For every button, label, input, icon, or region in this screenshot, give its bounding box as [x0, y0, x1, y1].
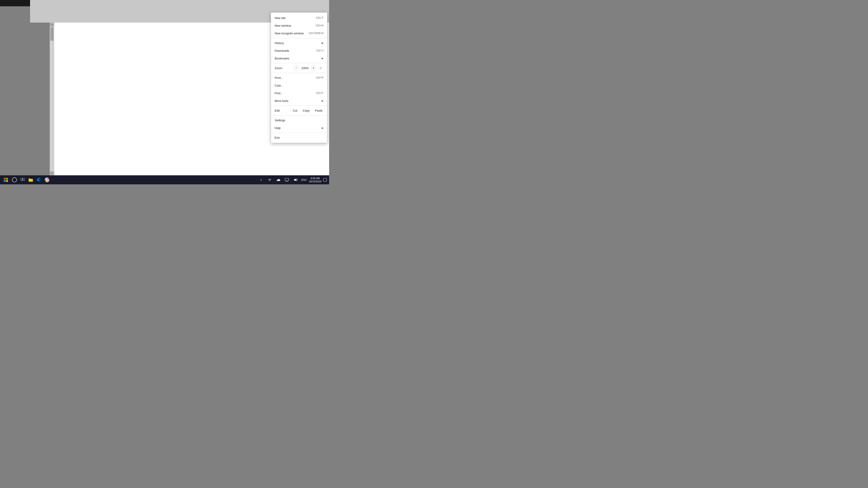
- language-indicator[interactable]: ENG: [301, 176, 308, 184]
- tray-chevron[interactable]: ∧: [257, 176, 265, 184]
- network-icon[interactable]: [266, 176, 273, 184]
- menu-divider-4: [271, 105, 327, 106]
- svg-rect-3: [6, 180, 8, 182]
- zoom-minus-button[interactable]: −: [293, 65, 299, 71]
- zoom-fullscreen-button[interactable]: ⤢: [318, 65, 323, 71]
- svg-marker-14: [294, 178, 296, 181]
- svg-rect-7: [29, 179, 33, 181]
- menu-item-settings[interactable]: Settings: [271, 116, 327, 124]
- scrollbar-arrow-down[interactable]: ▼: [50, 171, 54, 175]
- svg-rect-5: [20, 178, 22, 180]
- svg-rect-6: [23, 178, 25, 180]
- scrollbar-thumb[interactable]: [51, 27, 54, 41]
- menu-item-more-tools[interactable]: More tools ▶: [271, 97, 327, 105]
- scrollbar-track: ▲ ▼: [50, 23, 54, 175]
- menu-divider-2: [271, 63, 327, 63]
- system-tray: ∧ ENG: [257, 176, 327, 184]
- menu-item-new-tab[interactable]: New tab Ctrl+T: [271, 14, 327, 22]
- zoom-value-label: 100%: [301, 66, 309, 70]
- zoom-controls: − 100% + ⤢: [293, 65, 323, 71]
- menu-item-downloads[interactable]: Downloads Ctrl+J: [271, 47, 327, 55]
- menu-item-new-window[interactable]: New window Ctrl+N: [271, 22, 327, 29]
- svg-rect-11: [285, 178, 289, 181]
- zoom-control-row: Zoom − 100% + ⤢: [271, 64, 327, 72]
- svg-rect-1: [6, 178, 8, 180]
- paste-button[interactable]: Paste: [314, 108, 323, 113]
- cut-button[interactable]: Cut: [292, 108, 298, 113]
- menu-item-cast[interactable]: Cast...: [271, 82, 327, 89]
- menu-item-new-incognito[interactable]: New incognito window Ctrl+Shift+N: [271, 29, 327, 37]
- menu-divider-5: [271, 115, 327, 116]
- menu-item-bookmarks[interactable]: Bookmarks ▶: [271, 55, 327, 62]
- edit-actions: Cut Copy Paste: [292, 108, 323, 113]
- svg-rect-15: [323, 178, 327, 182]
- start-button[interactable]: [2, 176, 10, 184]
- taskbar: ∧ ENG: [0, 175, 329, 184]
- copy-button[interactable]: Copy: [302, 108, 310, 113]
- browser-topbar: [0, 0, 30, 6]
- volume-icon[interactable]: [292, 176, 299, 184]
- file-explorer-icon[interactable]: [27, 176, 34, 184]
- menu-item-find[interactable]: Find... Ctrl+F: [271, 89, 327, 97]
- task-view-button[interactable]: [19, 176, 26, 184]
- onedrive-icon[interactable]: [275, 176, 282, 184]
- scrollbar-arrow-up[interactable]: ▲: [50, 23, 54, 27]
- system-clock[interactable]: 8:05 AM 29/10/2019: [309, 177, 321, 183]
- chrome-browser-icon[interactable]: [43, 176, 51, 184]
- edge-browser-icon[interactable]: [35, 176, 42, 184]
- zoom-plus-button[interactable]: +: [311, 65, 316, 71]
- chrome-context-menu: New tab Ctrl+T New window Ctrl+N New inc…: [271, 12, 327, 143]
- menu-divider-3: [271, 73, 327, 73]
- menu-item-exit[interactable]: Exit: [271, 134, 327, 141]
- menu-item-history[interactable]: History ▶: [271, 39, 327, 47]
- menu-item-help[interactable]: Help ▶: [271, 124, 327, 132]
- svg-point-4: [12, 177, 17, 182]
- menu-item-print[interactable]: Print... Ctrl+P: [271, 74, 327, 82]
- cortana-button[interactable]: [11, 176, 18, 184]
- svg-rect-2: [4, 180, 6, 182]
- display-icon[interactable]: [283, 176, 290, 184]
- svg-rect-0: [4, 178, 6, 180]
- svg-point-10: [46, 179, 48, 181]
- action-center-button[interactable]: [323, 177, 327, 182]
- edit-row: Edit Cut Copy Paste: [271, 107, 327, 114]
